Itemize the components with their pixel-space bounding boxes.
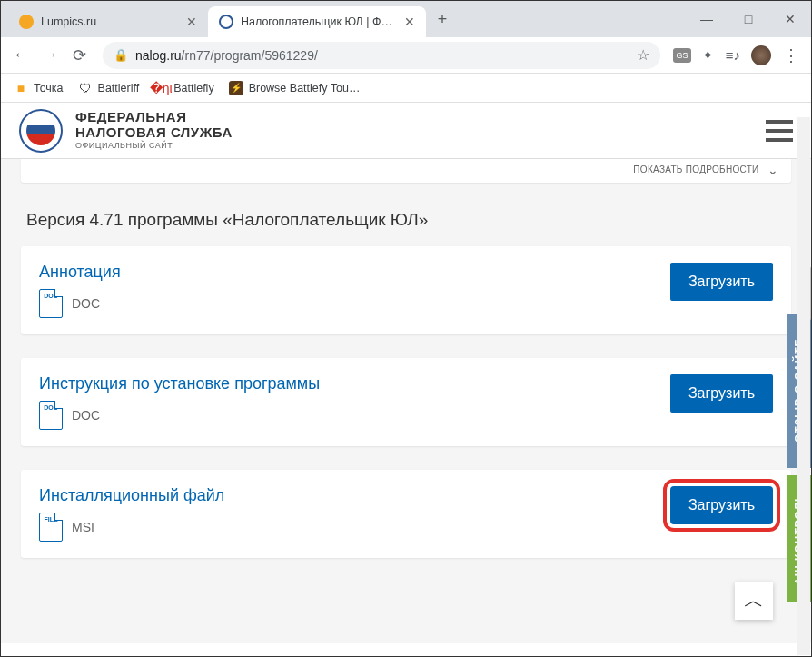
url-host: nalog.ru [135, 48, 182, 63]
forward-button[interactable]: → [37, 43, 63, 68]
download-card-installer: Инсталляционный файл FILE MSI Загрузить [21, 470, 791, 558]
download-title[interactable]: Инструкция по установке программы [39, 374, 670, 393]
chevron-down-icon: ⌄ [767, 163, 778, 177]
profile-avatar[interactable] [751, 45, 771, 65]
bookmark-star-icon[interactable]: ☆ [637, 46, 649, 64]
tab-favicon [219, 15, 233, 29]
browser-tab[interactable]: Lumpics.ru ✕ [8, 6, 208, 37]
bookmark-label: Battlefly [173, 82, 213, 95]
site-title-line2: НАЛОГОВАЯ СЛУЖБА [75, 125, 233, 141]
minimize-button[interactable]: — [686, 1, 728, 37]
download-button[interactable]: Загрузить [670, 263, 773, 301]
download-title[interactable]: Аннотация [39, 263, 670, 282]
extensions-puzzle-icon[interactable]: ✦ [697, 45, 718, 66]
download-card-annotation: Аннотация DOC DOC Загрузить [21, 246, 791, 334]
maximize-button[interactable]: □ [728, 1, 769, 37]
format-label: DOC [72, 296, 100, 311]
downloads-section: Версия 4.71 программы «Налогоплательщик … [1, 183, 811, 600]
tab-close-icon[interactable]: ✕ [186, 15, 197, 29]
download-format: FILE MSI [39, 513, 670, 542]
download-format: DOC DOC [39, 401, 670, 430]
bookmarks-bar: ■ Точка 🛡 Battleriff �ηι Battlefly ⚡ Bro… [1, 74, 811, 103]
bookmark-item[interactable]: ⚡ Browse Battlefy Tou… [223, 77, 366, 99]
details-toggle[interactable]: ПОКАЗАТЬ ПОДРОБНОСТИ ⌄ [21, 159, 791, 183]
download-format: DOC DOC [39, 289, 670, 318]
hamburger-menu[interactable] [766, 120, 793, 142]
site-title: ФЕДЕРАЛЬНАЯ НАЛОГОВАЯ СЛУЖБА ОФИЦИАЛЬНЫЙ… [75, 110, 233, 151]
download-title[interactable]: Инсталляционный файл [39, 486, 670, 505]
bookmark-label: Точка [34, 82, 64, 95]
site-subtitle: ОФИЦИАЛЬНЫЙ САЙТ [75, 142, 233, 151]
address-bar[interactable]: 🔒 nalog.ru/rn77/program/5961229/ ☆ [103, 42, 660, 69]
tab-title: Lumpics.ru [41, 15, 179, 28]
bookmark-label: Battleriff [98, 82, 140, 95]
new-tab-button[interactable]: + [430, 6, 455, 32]
back-button[interactable]: ← [8, 43, 34, 68]
file-doc-icon: DOC [39, 289, 63, 318]
file-doc-icon: DOC [39, 401, 63, 430]
close-button[interactable]: ✕ [769, 1, 811, 37]
format-label: MSI [72, 520, 94, 534]
bookmark-item[interactable]: 🛡 Battleriff [73, 77, 145, 99]
version-title: Версия 4.71 программы «Налогоплательщик … [26, 210, 786, 230]
bookmark-favicon: 🛡 [78, 81, 93, 95]
download-button[interactable]: Загрузить [670, 486, 773, 524]
lock-icon: 🔒 [114, 48, 128, 62]
menu-button[interactable]: ⋮ [778, 45, 804, 65]
extension-icon[interactable]: GS [671, 45, 693, 66]
browser-tab[interactable]: Налогоплательщик ЮЛ | ФНС Р ✕ [208, 6, 426, 37]
file-msi-icon: FILE [39, 513, 63, 542]
fns-logo[interactable] [19, 109, 63, 153]
bookmark-favicon: ⚡ [229, 81, 243, 95]
bookmark-label: Browse Battlefy Tou… [249, 82, 361, 95]
bookmark-favicon: �ηι [153, 81, 168, 95]
window-scrollbar-track[interactable] [797, 117, 810, 655]
tab-favicon [19, 15, 34, 29]
window-controls: — □ ✕ [686, 1, 811, 37]
details-label: ПОКАЗАТЬ ПОДРОБНОСТИ [633, 164, 758, 174]
page-content: ФЕДЕРАЛЬНАЯ НАЛОГОВАЯ СЛУЖБА ОФИЦИАЛЬНЫЙ… [1, 103, 811, 643]
bookmark-item[interactable]: ■ Точка [8, 77, 69, 99]
bookmark-item[interactable]: �ηι Battlefly [148, 77, 219, 99]
browser-toolbar: ← → ⟳ 🔒 nalog.ru/rn77/program/5961229/ ☆… [1, 37, 811, 74]
download-button[interactable]: Загрузить [670, 374, 773, 413]
tab-close-icon[interactable]: ✕ [404, 15, 415, 29]
tab-title: Налогоплательщик ЮЛ | ФНС Р [241, 15, 397, 28]
site-header: ФЕДЕРАЛЬНАЯ НАЛОГОВАЯ СЛУЖБА ОФИЦИАЛЬНЫЙ… [1, 103, 811, 159]
download-card-instruction: Инструкция по установке программы DOC DO… [21, 358, 791, 446]
url-path: /rn77/program/5961229/ [182, 48, 318, 63]
reading-list-icon[interactable]: ≡♪ [722, 45, 744, 66]
format-label: DOC [72, 408, 100, 423]
reload-button[interactable]: ⟳ [66, 43, 92, 68]
scroll-to-top-button[interactable]: ︿ [735, 582, 773, 620]
site-title-line1: ФЕДЕРАЛЬНАЯ [75, 110, 233, 125]
bookmark-favicon: ■ [14, 81, 28, 95]
